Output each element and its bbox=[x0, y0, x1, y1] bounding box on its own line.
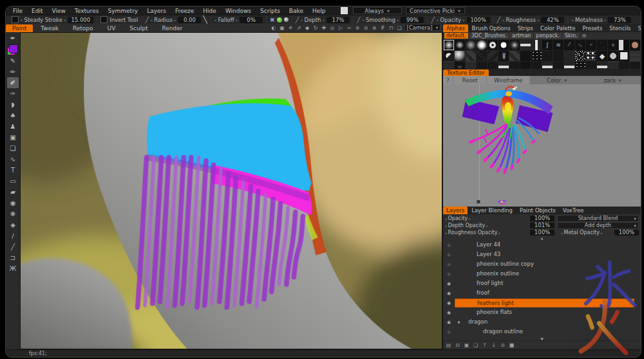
visibility-eye-icon[interactable]: ◉ bbox=[443, 300, 455, 306]
menu-view[interactable]: View bbox=[48, 8, 70, 14]
alpha-thumb-bar-h[interactable] bbox=[542, 62, 553, 69]
wireframe-button[interactable]: Wireframe bbox=[487, 76, 530, 84]
tab-presets[interactable]: Presets bbox=[579, 24, 605, 32]
menu-symmetry[interactable]: Symmetry bbox=[104, 8, 143, 14]
radius-value[interactable]: 0.00 bbox=[178, 17, 201, 23]
flatten-layer-icon[interactable]: ▣ bbox=[464, 342, 469, 348]
group-default[interactable]: default. bbox=[444, 33, 468, 39]
visibility-eye-icon[interactable]: ◉ bbox=[443, 320, 455, 325]
alpha-thumb-splat[interactable] bbox=[586, 51, 596, 61]
alpha-thumb-dots[interactable] bbox=[520, 51, 531, 61]
clear-layer-icon[interactable]: ⊘ bbox=[500, 342, 506, 348]
alpha-thumb-bar-h[interactable] bbox=[498, 62, 509, 69]
alpha-thumb-weave[interactable] bbox=[553, 40, 564, 50]
move-up-icon[interactable]: ↑ bbox=[482, 342, 488, 348]
alpha-thumb-faint[interactable] bbox=[630, 62, 640, 69]
alpha-thumb-square[interactable] bbox=[619, 51, 629, 61]
layer-row[interactable]: ◉ Layer 43 bbox=[443, 250, 641, 259]
alpha-thumb-clumps[interactable] bbox=[575, 62, 585, 69]
globe-icon[interactable]: ⊕ bbox=[371, 25, 377, 31]
alpha-thumb-bar-v[interactable] bbox=[531, 40, 542, 50]
background-icon[interactable]: ▣ bbox=[279, 25, 285, 31]
tab-brush-options[interactable]: Brush Options bbox=[469, 24, 514, 32]
menu-windows[interactable]: Windows bbox=[221, 8, 256, 14]
symmetry-butterfly-icon[interactable]: Ж bbox=[7, 263, 19, 274]
eraser-tool-icon[interactable]: ▰ bbox=[7, 187, 19, 198]
alpha-thumb-hard[interactable] bbox=[498, 40, 509, 50]
patch-tool-icon[interactable]: ◈ bbox=[7, 219, 19, 230]
alpha-thumb-ring[interactable] bbox=[488, 40, 498, 50]
always-dropdown[interactable]: Always▼ bbox=[353, 7, 402, 14]
steady-stroke-value[interactable]: 15.000 bbox=[68, 17, 93, 23]
tab-stencils[interactable]: Stencils bbox=[606, 24, 634, 32]
alpha-thumb-button[interactable] bbox=[608, 51, 618, 61]
quill-tool-icon[interactable]: ✒ bbox=[7, 33, 19, 44]
expand-caret-icon[interactable]: ▼ bbox=[455, 320, 463, 324]
alpha-thumb-faint[interactable] bbox=[553, 51, 564, 61]
disable-icon[interactable]: ⊘ bbox=[363, 25, 369, 31]
pick-icon[interactable]: ✛ bbox=[287, 25, 294, 31]
droplet-icon[interactable]: ◆ bbox=[304, 25, 310, 31]
copy-tool-icon[interactable]: ❏ bbox=[7, 143, 19, 154]
symmetry-x-icon[interactable]: ✖ bbox=[270, 17, 275, 23]
clone-tool-icon[interactable]: ▣ bbox=[7, 132, 19, 143]
alpha-thumb-twig[interactable] bbox=[608, 40, 618, 50]
tab-uv[interactable]: UV bbox=[101, 24, 122, 32]
slider-pen-icon[interactable]: ╱ bbox=[431, 17, 434, 23]
alpha-thumb-half[interactable] bbox=[619, 40, 629, 50]
alpha-thumb-faint[interactable] bbox=[553, 62, 564, 69]
alpha-thumb-moon[interactable] bbox=[444, 51, 454, 61]
texture-zoom-icon[interactable] bbox=[477, 200, 480, 203]
tab-paint-objects[interactable]: Paint Objects bbox=[516, 207, 559, 214]
menu-freeze[interactable]: Freeze bbox=[171, 8, 198, 14]
line-tool-icon[interactable]: ╱ bbox=[7, 241, 19, 252]
metalness-value[interactable]: 73% bbox=[608, 17, 631, 23]
alpha-thumb-bar-h[interactable] bbox=[597, 62, 607, 69]
alpha-thumb-diamond[interactable] bbox=[597, 51, 607, 61]
pen-tool-icon[interactable]: ✏ bbox=[7, 66, 19, 77]
smudge-tool-icon[interactable]: ◗ bbox=[7, 99, 19, 110]
group-artman[interactable]: artman bbox=[510, 33, 533, 39]
alpha-thumb-faint[interactable] bbox=[477, 62, 487, 69]
slider-pen-icon[interactable]: ╱ bbox=[497, 17, 500, 23]
visibility-eye-icon[interactable]: ◉ bbox=[443, 310, 455, 315]
alpha-thumb-dense[interactable] bbox=[630, 51, 640, 61]
group-3dc-brushes[interactable]: 3DC_Brushes. bbox=[469, 33, 509, 39]
layer-row[interactable]: ◉ Layer 44 bbox=[443, 240, 641, 250]
topbar-checkbox[interactable] bbox=[341, 7, 348, 14]
tab-texture-editor[interactable]: Texture Editor bbox=[443, 69, 489, 76]
brush-tool-icon[interactable]: ✑ bbox=[7, 88, 19, 99]
alpha-thumb-hatch[interactable] bbox=[608, 62, 618, 69]
curve-tool-icon[interactable]: ∿ bbox=[7, 154, 19, 165]
slider-pen-icon[interactable]: ╱ bbox=[145, 17, 148, 23]
stamp-tool-icon[interactable]: ♟ bbox=[7, 121, 19, 132]
tab-sculpt[interactable]: Sculpt bbox=[123, 24, 154, 32]
tab-layer-blending[interactable]: Layer Blending bbox=[468, 207, 516, 214]
group-penpack[interactable]: penpack. bbox=[534, 33, 562, 39]
alpha-thumb-faint[interactable] bbox=[619, 62, 629, 69]
visibility-eye-icon[interactable]: ◉ bbox=[443, 272, 455, 277]
wave-icon[interactable]: ≈ bbox=[346, 25, 352, 31]
slider-pen-icon[interactable]: ╱ bbox=[357, 17, 360, 23]
alpha-thumb-noise[interactable] bbox=[466, 51, 476, 61]
airbrush-tool-icon[interactable]: ✐ bbox=[7, 77, 19, 88]
tab-render[interactable]: Render bbox=[155, 24, 189, 32]
alpha-thumb-faint[interactable] bbox=[542, 51, 553, 61]
alpha-thumb-hatch[interactable] bbox=[444, 62, 454, 69]
alpha-thumb-hatch[interactable] bbox=[466, 62, 476, 69]
fold-tool-icon[interactable]: ⊐ bbox=[7, 252, 19, 263]
alpha-thumb-noise-dark[interactable] bbox=[488, 51, 498, 61]
alpha-thumb-fuzzy[interactable] bbox=[466, 40, 476, 50]
alpha-thumb-noise-dim[interactable] bbox=[477, 51, 487, 61]
metal-opacity-value[interactable]: 100% bbox=[614, 230, 639, 235]
alpha-thumb-bar-h[interactable] bbox=[520, 40, 531, 50]
layer-row[interactable]: ◉ phoenix outline bbox=[443, 269, 641, 279]
alpha-thumb-wave[interactable] bbox=[575, 40, 585, 50]
new-layer-icon[interactable]: ▤ bbox=[446, 342, 451, 348]
rotate-icon[interactable]: ↻ bbox=[312, 25, 319, 31]
viewport-canvas[interactable] bbox=[20, 32, 442, 349]
visibility-eye-icon[interactable]: ◉ bbox=[443, 262, 455, 267]
menu-textures[interactable]: Textures bbox=[70, 8, 104, 14]
invert-tool-checkbox[interactable] bbox=[100, 16, 108, 23]
tab-layers[interactable]: Layers bbox=[443, 207, 468, 214]
